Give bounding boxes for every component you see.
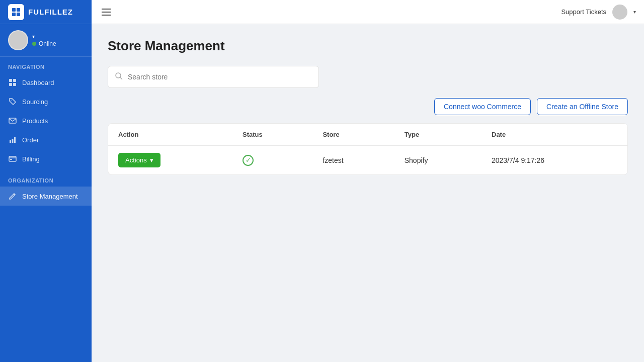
search-icon <box>115 72 123 81</box>
support-tickets-link[interactable]: Support Tickets <box>561 8 606 16</box>
hamburger-line-2 <box>102 12 111 13</box>
actions-button-label: Actions <box>125 156 147 164</box>
sidebar-item-order[interactable]: Order <box>0 130 92 149</box>
table-row: Actions ▾ ✓ fzetest Shopify 2023/7/4 9:1… <box>108 146 627 175</box>
sidebar-item-sourcing[interactable]: Sourcing <box>0 92 92 111</box>
col-header-action: Action <box>108 124 232 146</box>
sidebar-item-order-label: Order <box>22 136 39 144</box>
sidebar-item-products[interactable]: Products <box>0 111 92 130</box>
status-check-icon: ✓ <box>243 155 254 166</box>
svg-rect-12 <box>14 137 16 143</box>
action-buttons: Connect woo Commerce Create an Offline S… <box>108 98 628 115</box>
page-title: Store Management <box>108 38 628 54</box>
svg-rect-10 <box>10 140 11 143</box>
svg-rect-6 <box>9 83 12 86</box>
col-header-status: Status <box>232 124 312 146</box>
logo-icon <box>8 4 24 20</box>
user-section[interactable]: ▾ Online <box>0 24 92 57</box>
col-header-date: Date <box>481 124 627 146</box>
chart-icon <box>8 135 17 144</box>
svg-rect-9 <box>9 118 16 123</box>
search-input[interactable] <box>128 73 311 81</box>
nav-section-label: Navigation <box>0 57 92 73</box>
grid-icon <box>8 78 17 87</box>
tag-icon <box>8 97 17 106</box>
svg-rect-5 <box>13 79 16 82</box>
row-status-cell: ✓ <box>232 146 312 175</box>
user-status: Online <box>32 40 56 47</box>
sidebar: FULFILLEZ ▾ Online Navigation Dashboard <box>0 0 92 362</box>
svg-rect-4 <box>9 79 12 82</box>
sidebar-item-dashboard-label: Dashboard <box>22 79 54 86</box>
actions-button[interactable]: Actions ▾ <box>118 153 160 167</box>
sidebar-logo: FULFILLEZ <box>0 0 92 24</box>
connect-woo-button[interactable]: Connect woo Commerce <box>434 98 531 115</box>
col-header-store: Store <box>312 124 394 146</box>
hamburger-line-1 <box>102 9 111 10</box>
page-content: Store Management Connect woo Commerce Cr… <box>92 24 644 362</box>
topbar-left <box>100 7 113 18</box>
row-type-cell: Shopify <box>394 146 481 175</box>
svg-rect-13 <box>9 156 16 161</box>
mail-icon <box>8 116 17 125</box>
row-action-cell: Actions ▾ <box>108 146 232 175</box>
svg-point-8 <box>11 100 12 101</box>
hamburger-line-3 <box>102 15 111 16</box>
sidebar-item-billing[interactable]: Billing <box>0 149 92 168</box>
topbar-user-chevron-icon[interactable]: ▾ <box>633 9 636 15</box>
col-header-type: Type <box>394 124 481 146</box>
status-dot <box>32 42 36 46</box>
logo-text: FULFILLEZ <box>28 8 73 16</box>
actions-chevron-icon: ▾ <box>150 156 153 164</box>
svg-rect-0 <box>12 8 16 12</box>
svg-rect-11 <box>12 139 14 143</box>
svg-rect-2 <box>12 13 16 16</box>
status-label: Online <box>39 40 56 47</box>
row-date-cell: 2023/7/4 9:17:26 <box>481 146 627 175</box>
stores-table: Action Status Store Type Date Actions ▾ <box>108 124 627 174</box>
create-offline-store-button[interactable]: Create an Offline Store <box>537 98 628 115</box>
hamburger-button[interactable] <box>100 7 113 18</box>
sidebar-item-sourcing-label: Sourcing <box>22 98 48 106</box>
search-bar <box>108 66 319 88</box>
avatar <box>8 30 28 50</box>
table-header-row: Action Status Store Type Date <box>108 124 627 146</box>
org-section-label: Organization <box>0 170 92 187</box>
sidebar-item-dashboard[interactable]: Dashboard <box>0 73 92 92</box>
topbar-right: Support Tickets ▾ <box>561 5 636 20</box>
topbar-avatar[interactable] <box>612 5 627 20</box>
sidebar-item-store-management[interactable]: Store Management <box>0 187 92 206</box>
svg-rect-1 <box>17 8 20 12</box>
sidebar-item-products-label: Products <box>22 117 48 125</box>
card-icon <box>8 154 17 163</box>
topbar: Support Tickets ▾ <box>92 0 644 24</box>
svg-rect-14 <box>10 159 12 160</box>
user-chevron-icon: ▾ <box>32 34 56 39</box>
sidebar-item-store-management-label: Store Management <box>22 193 78 200</box>
edit-icon <box>8 192 17 201</box>
svg-rect-7 <box>13 83 16 86</box>
row-store-cell: fzetest <box>312 146 394 175</box>
svg-rect-3 <box>17 13 20 16</box>
stores-table-container: Action Status Store Type Date Actions ▾ <box>108 123 628 175</box>
sidebar-item-billing-label: Billing <box>22 155 40 163</box>
user-info: ▾ Online <box>32 34 56 47</box>
main-content: Support Tickets ▾ Store Management Conne… <box>92 0 644 362</box>
